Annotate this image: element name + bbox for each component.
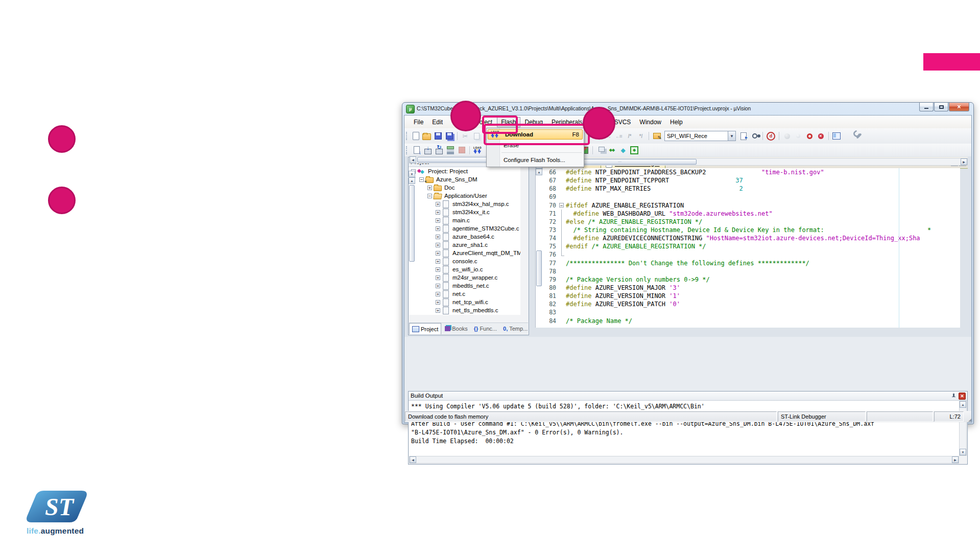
batch-build-icon[interactable] [446,146,455,154]
rebuild-icon[interactable] [435,146,443,154]
editor-vscrollbar[interactable]: ▲ ▼ [535,168,543,169]
expander-plus-icon[interactable]: + [436,284,440,288]
tree-row-console-c[interactable]: +console.c [409,257,520,265]
translate-icon[interactable] [413,146,421,154]
pack-icon[interactable] [630,146,638,154]
menu-item-help[interactable]: Help [666,117,687,127]
minimize-button[interactable] [919,103,934,111]
tree-row-net-c[interactable]: +net.c [409,290,520,298]
build-icon[interactable] [424,146,432,154]
code-line[interactable]: 68#define NTP_MAX_RETRIES 2 [536,185,960,193]
code-line[interactable]: 73 /* String containing Hostname, Device… [536,226,960,234]
tree-row-mbedtls-net-c[interactable]: +mbedtls_net.c [409,282,520,290]
load-icon[interactable]: LOAD [473,146,482,154]
scroll-up-icon[interactable]: ▲ [409,177,415,184]
panel-tab-0-temp[interactable]: 0,Temp... [500,323,530,334]
panel-tab-books[interactable]: Books [442,323,470,334]
new-file-icon[interactable] [413,132,419,140]
tree-row-stm32l4xx-hal-msp-c[interactable]: +stm32l4xx_hal_msp.c [409,200,520,208]
build-output-vscrollbar[interactable]: ▲ ▼ [959,401,967,456]
scroll-thumb[interactable] [536,250,542,286]
expander-plus-icon[interactable]: + [436,308,440,313]
tree-row-azure-sha1-c[interactable]: +azure_sha1.c [409,241,520,249]
expander-plus-icon[interactable]: + [436,267,440,272]
tree-row-agenttime-stm32cube-c[interactable]: +agenttime_STM32Cube.c [409,224,520,233]
expander-plus-icon[interactable]: + [427,186,432,190]
scroll-up-icon[interactable]: ▲ [536,169,542,175]
breakpoint-kill-icon[interactable] [805,132,814,140]
find-at-icon[interactable]: d [767,132,775,141]
panel-tab-project[interactable]: Project [409,323,441,334]
scroll-up-icon[interactable]: ▲ [960,401,966,408]
code-line[interactable]: 76 [536,250,960,259]
expander-minus-icon[interactable]: − [427,194,432,198]
breakpoint-killall-icon[interactable] [817,132,825,140]
tree-row-project-project[interactable]: −Project: Project [409,167,520,175]
stop-build-icon[interactable] [458,146,466,154]
tree-row-net-tls-mbedtls-c[interactable]: +net_tls_mbedtls.c [409,306,520,314]
book-edit-icon[interactable] [653,132,661,140]
maximize-button[interactable] [934,103,948,111]
expander-plus-icon[interactable]: + [436,218,440,223]
expander-plus-icon[interactable]: + [436,235,440,239]
window-titlebar[interactable]: µ C:\STM32CubeFunctionPack_AZURE1_V3.1.0… [402,103,973,115]
cut-icon[interactable] [461,132,469,140]
file-ext-icon[interactable] [596,146,605,154]
expander-plus-icon[interactable]: + [436,292,440,296]
editor-hscrollbar[interactable]: ◀ ⋯ ▶ [535,158,968,166]
code-line[interactable]: 72#else /* AZURE_ENABLE_REGISTRATION */ [536,218,960,226]
scroll-thumb[interactable] [409,185,415,262]
rte2-icon[interactable] [619,146,627,154]
code-editor[interactable]: 66#define NTP_ENDPOINT_IPADDRESS_BACKUP2… [535,168,960,328]
flash-menu-item-configure-flash-tools[interactable]: Configure Flash Tools... [487,154,584,166]
tree-row-es-wifi-io-c[interactable]: +es_wifi_io.c [409,265,520,273]
toolbar-grip-icon[interactable] [406,132,409,140]
target-select[interactable]: SPI_WIFI_Rece▼ [664,131,736,141]
scroll-thumb[interactable] [417,157,494,163]
scroll-left-icon[interactable]: ◀ [410,456,416,463]
expander-plus-icon[interactable]: + [436,259,440,264]
code-line[interactable]: 66#define NTP_ENDPOINT_IPADDRESS_BACKUP2… [536,168,960,176]
tree-row-net-tcp-wifi-c[interactable]: +net_tcp_wifi.c [409,298,520,306]
code-line[interactable]: 84/* Package Name */ [536,317,960,325]
expander-plus-icon[interactable]: + [436,300,440,305]
find-in-files-icon[interactable] [751,132,759,140]
code-line[interactable]: 69 [536,193,960,201]
expander-minus-icon[interactable]: − [419,177,424,182]
tree-row-doc[interactable]: +Doc [409,183,520,192]
code-line[interactable]: 71 #define WEB_DASHBOARD_URL "stm32ode.a… [536,210,960,218]
scroll-down-icon[interactable]: ▼ [409,171,415,177]
tree-row-stm32l4xx-it-c[interactable]: +stm32l4xx_it.c [409,208,520,216]
tree-row-azure-base64-c[interactable]: +azure_base64.c [409,233,520,241]
code-line[interactable]: 67#define NTP_ENDPOINT_TCPPORT 37 [536,176,960,185]
find-next-icon[interactable] [739,132,748,140]
code-line[interactable]: 74 #define AZUREDEVICECONNECTIONSTRING "… [536,234,960,242]
tree-row-azureclient-mqtt-dm-tm-c[interactable]: +AzureClient_mqtt_DM_TM.c [409,249,520,257]
scroll-right-icon[interactable]: ▶ [961,158,967,165]
breakpoint-icon[interactable] [783,132,791,140]
open-file-icon[interactable] [422,133,431,140]
chevron-down-icon[interactable] [844,132,852,140]
code-line[interactable]: 75#endif /* AZURE_ENABLE_REGISTRATION */ [536,242,960,250]
window-layout-icon[interactable] [832,132,841,140]
copy-icon[interactable] [472,132,481,140]
pin-icon[interactable] [951,393,956,399]
build-output-log[interactable]: *** Using Compiler 'V5.06 update 5 (buil… [409,401,959,456]
resize-grip-icon[interactable]: ◢ [964,411,971,422]
code-line[interactable]: 70#ifdef AZURE_ENABLE_REGISTRATION [536,201,960,210]
tree-row-azure-sns-dm[interactable]: −Azure_Sns_DM [409,175,520,183]
save-all-icon[interactable] [445,132,453,140]
panel-tab-func[interactable]: {}Func... [471,323,499,334]
breakpoint-disable-icon[interactable] [794,132,802,140]
menu-item-window[interactable]: Window [635,117,665,127]
code-line[interactable]: 81#define AZURE_VERSION_MINOR '1' [536,292,960,300]
code-line[interactable]: 78 [536,267,960,275]
scroll-left-icon[interactable]: ◀ [410,156,416,163]
code-line[interactable]: 83 [536,308,960,316]
build-output-close-button[interactable]: ✕ [959,393,966,400]
expander-plus-icon[interactable]: + [436,202,440,206]
expander-plus-icon[interactable]: + [436,210,440,215]
code-line[interactable]: 79/* Package Version only numbers 0->9 *… [536,275,960,284]
outdent-icon[interactable] [614,132,623,140]
tree-row-application-user[interactable]: −Application/User [409,192,520,200]
